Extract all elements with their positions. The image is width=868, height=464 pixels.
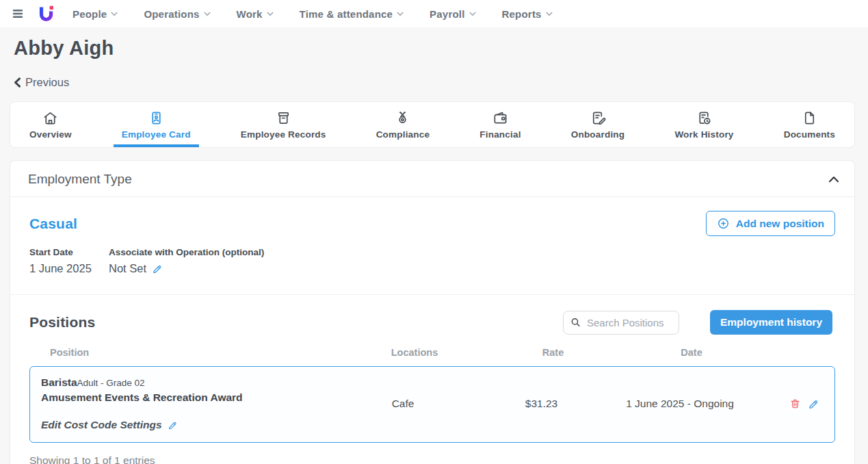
start-date-field: Start Date 1 June 2025 xyxy=(29,247,109,275)
column-date: Date xyxy=(613,347,770,358)
nav-item-label: Operations xyxy=(144,8,199,20)
hamburger-icon[interactable] xyxy=(12,9,23,18)
tab-label: Overview xyxy=(29,129,72,140)
id-card-icon xyxy=(148,110,164,126)
position-grade: Adult - Grade 02 xyxy=(77,378,145,388)
employment-type-header: Employment Type xyxy=(10,161,854,197)
tab-label: Documents xyxy=(784,129,835,140)
tab-employee-card[interactable]: Employee Card xyxy=(112,102,200,147)
position-location: Cafe xyxy=(324,398,482,410)
employment-type-body: Casual Add new position Start Date 1 Jun… xyxy=(10,197,854,292)
previous-link[interactable]: Previous xyxy=(14,76,69,89)
tab-label: Employee Records xyxy=(241,129,326,140)
document-icon xyxy=(802,110,817,126)
top-navbar: People Operations Work Time & attendance… xyxy=(0,0,868,27)
employment-type-value: Casual xyxy=(29,216,77,232)
chevron-left-icon xyxy=(14,77,21,88)
chevron-down-icon xyxy=(546,12,553,16)
employment-history-button[interactable]: Employment history xyxy=(710,310,832,335)
nav-menu: People Operations Work Time & attendance… xyxy=(73,8,553,20)
column-position: Position xyxy=(29,347,336,358)
tab-onboarding[interactable]: Onboarding xyxy=(562,102,635,147)
document-clock-icon xyxy=(696,110,712,126)
nav-item-reports[interactable]: Reports xyxy=(502,8,553,20)
nav-item-label: People xyxy=(73,8,107,20)
tab-work-history[interactable]: Work History xyxy=(665,102,743,147)
position-rate: $31.23 xyxy=(482,398,601,410)
edit-cost-code-link[interactable]: Edit Cost Code Settings xyxy=(41,419,324,431)
nav-item-work[interactable]: Work xyxy=(237,8,274,20)
chevron-down-icon xyxy=(111,12,118,16)
start-date-label: Start Date xyxy=(29,247,109,257)
pencil-icon[interactable] xyxy=(152,263,163,274)
chevron-down-icon xyxy=(204,12,211,16)
home-icon xyxy=(42,110,58,126)
employee-tab-bar: Overview Employee Card Employee Records … xyxy=(10,101,855,148)
tab-label: Financial xyxy=(479,129,521,140)
nav-item-people[interactable]: People xyxy=(73,8,118,20)
trash-icon[interactable] xyxy=(789,398,801,410)
chevron-up-icon[interactable] xyxy=(828,176,839,183)
position-award: Amusement Events & Recreation Award xyxy=(41,391,324,404)
operation-field: Associate with Operation (optional) Not … xyxy=(109,247,264,275)
plus-circle-icon xyxy=(717,217,730,230)
nav-item-operations[interactable]: Operations xyxy=(144,8,210,20)
archive-box-icon xyxy=(276,110,291,126)
tab-label: Compliance xyxy=(376,129,430,140)
tab-label: Onboarding xyxy=(571,129,625,140)
tab-label: Work History xyxy=(674,129,733,140)
employment-type-title: Employment Type xyxy=(28,172,132,187)
pencil-icon xyxy=(168,420,178,430)
column-locations: Locations xyxy=(336,347,493,358)
position-date: 1 June 2025 - Ongoing xyxy=(601,398,759,410)
chevron-down-icon xyxy=(267,12,274,16)
employment-type-card: Employment Type Casual Add new position … xyxy=(10,160,855,464)
position-title: Barista xyxy=(41,376,77,388)
previous-label: Previous xyxy=(25,76,69,89)
chevron-down-icon xyxy=(397,12,404,16)
nav-item-label: Payroll xyxy=(430,8,464,20)
add-new-position-button[interactable]: Add new position xyxy=(706,211,835,236)
positions-header: Positions Employment history xyxy=(10,295,854,339)
document-edit-icon xyxy=(590,110,606,126)
positions-table: Position Locations Rate Date BaristaAdul… xyxy=(10,339,854,443)
medal-icon xyxy=(395,110,410,126)
tab-employee-records[interactable]: Employee Records xyxy=(231,102,336,147)
nav-item-label: Work xyxy=(237,8,263,20)
tab-compliance[interactable]: Compliance xyxy=(367,102,440,147)
tab-label: Employee Card xyxy=(122,129,191,140)
positions-search xyxy=(563,311,679,335)
tab-documents[interactable]: Documents xyxy=(774,102,845,147)
tab-financial[interactable]: Financial xyxy=(470,102,530,147)
nav-item-label: Reports xyxy=(502,8,542,20)
table-row[interactable]: BaristaAdult - Grade 02 Amusement Events… xyxy=(29,366,835,443)
entries-count: Showing 1 to 1 of 1 entries xyxy=(10,443,854,464)
page-title: Abby Aigh xyxy=(14,37,868,60)
edit-cost-code-label: Edit Cost Code Settings xyxy=(41,419,162,431)
operation-value: Not Set xyxy=(109,262,146,275)
nav-item-time-attendance[interactable]: Time & attendance xyxy=(300,8,404,20)
start-date-value: 1 June 2025 xyxy=(29,262,109,275)
brand-logo[interactable] xyxy=(38,5,55,23)
nav-item-label: Time & attendance xyxy=(300,8,393,20)
chevron-down-icon xyxy=(469,12,476,16)
column-rate: Rate xyxy=(493,347,613,358)
wallet-icon xyxy=(492,110,508,126)
search-icon xyxy=(570,317,581,328)
pencil-icon[interactable] xyxy=(808,398,819,410)
nav-item-payroll[interactable]: Payroll xyxy=(430,8,475,20)
positions-table-header: Position Locations Rate Date xyxy=(29,339,835,366)
operation-label: Associate with Operation (optional) xyxy=(109,247,264,257)
tab-overview[interactable]: Overview xyxy=(20,102,81,147)
add-new-position-label: Add new position xyxy=(736,218,824,230)
positions-title: Positions xyxy=(29,314,95,331)
